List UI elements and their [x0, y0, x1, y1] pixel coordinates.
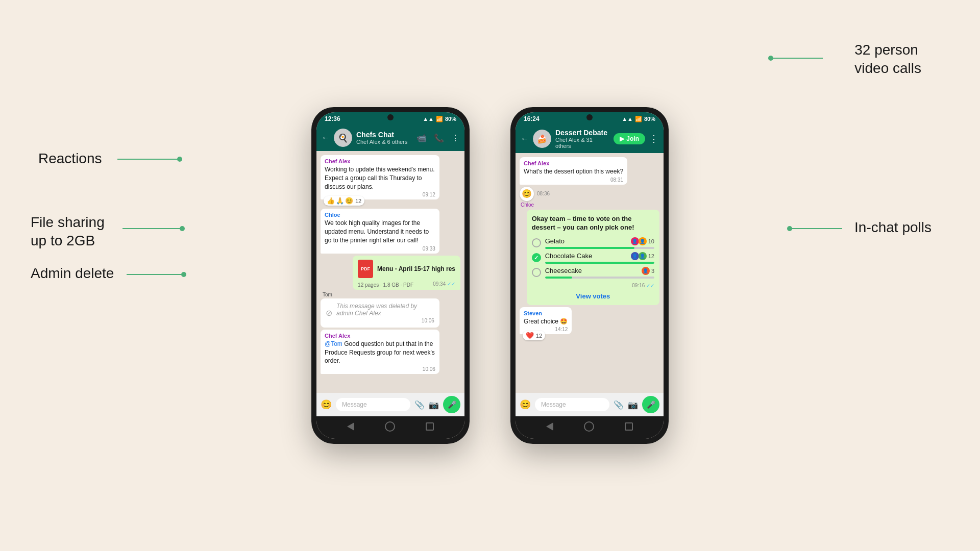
chat-subtitle-1: Chef Alex & 6 others — [356, 139, 412, 145]
message-input-1[interactable]: Message — [336, 398, 410, 411]
view-votes-button[interactable]: View votes — [532, 292, 654, 300]
input-bar-1: 😊 Message 📎 📷 🎤 — [316, 393, 464, 416]
poll-message: Okay team – time to vote on the dessert … — [527, 210, 659, 305]
home-bar-1 — [316, 416, 464, 439]
chat-title-2: Dessert Debate — [555, 129, 609, 137]
time-1: 12:36 — [325, 115, 340, 122]
input-bar-2: 😊 Message 📎 📷 🎤 — [516, 393, 664, 416]
home-bar-2 — [516, 416, 664, 439]
back-button-2[interactable] — [546, 422, 553, 431]
pdf-icon: PDF — [358, 260, 373, 278]
message-file: PDF Menu - April 15-17 high res 12 pages… — [353, 256, 460, 290]
back-arrow-2[interactable]: ← — [521, 134, 529, 143]
emoji-icon-2[interactable]: 😊 — [520, 399, 531, 410]
video-icon[interactable]: 📹 — [416, 133, 427, 143]
message-chloe-1: Chloe We took high quality images for th… — [321, 209, 439, 253]
deleted-msg-wrapper: Tom ⊘ This message was deleted by admin … — [321, 292, 460, 328]
recents-button-1[interactable] — [426, 422, 434, 431]
emoji-reaction-chloe: 😊 08:36 — [520, 187, 550, 201]
poll-option-cheesecake[interactable]: Cheesecake 👤 3 — [532, 267, 654, 279]
in-chat-polls-dot — [787, 226, 792, 231]
poll-option-chocolate-cake[interactable]: Chocolate Cake 👤 👤 12 — [532, 252, 654, 264]
header-avatar-1: 🍳 — [334, 129, 352, 147]
reactions-bar-2: ❤️ 12 — [523, 331, 545, 340]
home-button-1[interactable] — [385, 421, 395, 432]
attach-icon-2[interactable]: 📎 — [614, 400, 624, 410]
phone-dessert-debate: 16:24 ▲▲ 📶 80% ← 🍰 Dessert Debate — [510, 107, 669, 444]
admin-delete-dot — [181, 272, 186, 277]
menu-icon-2[interactable]: ⋮ — [649, 133, 658, 144]
back-button-1[interactable] — [347, 422, 354, 431]
message-chef-alex-3: Chef Alex What's the dessert option this… — [520, 157, 627, 185]
reactions-bar: 👍 🙏 😊 12 — [324, 196, 364, 206]
recents-button-2[interactable] — [625, 422, 633, 431]
mic-button-1[interactable]: 🎤 — [443, 396, 460, 413]
chat-header-2[interactable]: ← 🍰 Dessert Debate Chef Alex & 31 others… — [516, 124, 664, 153]
video-calls-dot — [768, 56, 773, 61]
page: Reactions File sharingup to 2GB Admin de… — [0, 0, 980, 551]
chat-title-1: Chefs Chat — [356, 131, 412, 139]
header-info-2: Dessert Debate Chef Alex & 31 others — [555, 129, 609, 149]
status-icons-2: ▲▲ 📶 80% — [622, 116, 655, 122]
back-arrow-1[interactable]: ← — [322, 133, 330, 142]
message-input-2[interactable]: Message — [535, 398, 609, 411]
video-calls-line — [772, 58, 823, 59]
chat-subtitle-2: Chef Alex & 31 others — [555, 137, 609, 149]
header-avatar-2: 🍰 — [533, 130, 551, 148]
annotation-file-sharing: File sharingup to 2GB — [31, 213, 105, 251]
file-sharing-line — [122, 228, 181, 229]
reactions-dot — [177, 157, 182, 162]
call-icon[interactable]: 📞 — [434, 133, 444, 143]
annotation-video-calls: 32 personvideo calls — [854, 41, 921, 78]
camera-icon-1[interactable]: 📷 — [429, 400, 439, 410]
in-chat-polls-line — [791, 228, 842, 229]
annotation-in-chat-polls: In-chat polls — [854, 219, 932, 236]
home-button-2[interactable] — [584, 421, 594, 432]
chat-header-1[interactable]: ← 🍳 Chefs Chat Chef Alex & 6 others 📹 📞 … — [316, 124, 464, 151]
message-chef-alex-1: Chef Alex Working to update this weekend… — [321, 155, 439, 199]
status-icons-1: ▲▲ 📶 80% — [423, 116, 456, 122]
attach-icon-1[interactable]: 📎 — [414, 400, 425, 410]
menu-icon[interactable]: ⋮ — [451, 133, 459, 143]
camera-notch — [387, 114, 394, 120]
annotation-reactions: Reactions — [38, 151, 102, 167]
header-icons-1[interactable]: 📹 📞 ⋮ — [416, 133, 459, 143]
file-sharing-dot — [180, 226, 185, 231]
poll-option-gelato[interactable]: Gelato 👤 👤 10 — [532, 237, 654, 249]
annotation-admin-delete: Admin delete — [31, 265, 114, 282]
chat-area-1: Chef Alex Working to update this weekend… — [316, 151, 464, 393]
message-steven: Steven Great choice 🤩 14:12 ❤️ 12 — [520, 307, 572, 335]
admin-delete-line — [127, 274, 183, 275]
emoji-icon-1[interactable]: 😊 — [321, 399, 332, 410]
message-chef-alex-2: Chef Alex @Tom Good question but put tha… — [321, 330, 439, 374]
camera-icon-2[interactable]: 📷 — [628, 400, 638, 410]
join-button[interactable]: ▶ Join — [614, 133, 645, 144]
camera-notch-2 — [586, 114, 593, 120]
message-deleted: ⊘ This message was deleted by admin Chef… — [321, 298, 439, 328]
reactions-line — [117, 159, 179, 160]
chat-area-2: Chef Alex What's the dessert option this… — [516, 153, 664, 393]
phone-chefs-chat: 12:36 ▲▲ 📶 80% ← 🍳 Chefs Chat Chef — [311, 107, 470, 444]
time-2: 16:24 — [524, 115, 540, 122]
mic-button-2[interactable]: 🎤 — [642, 396, 659, 413]
header-info-1: Chefs Chat Chef Alex & 6 others — [356, 131, 412, 145]
